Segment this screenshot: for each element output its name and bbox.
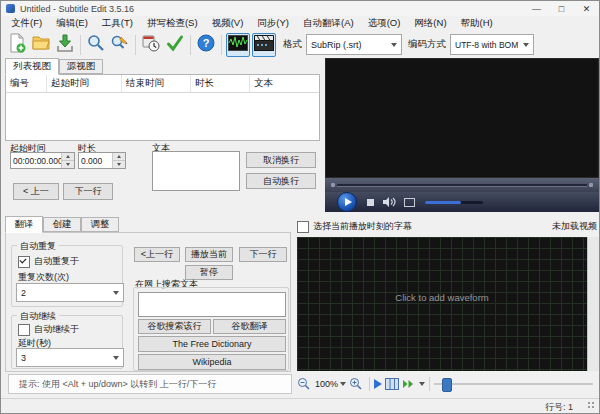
speed-dropdown-icon[interactable] [419, 382, 425, 386]
video-columns-button[interactable] [385, 378, 399, 390]
menu-spellcheck[interactable]: 拼写检查(S) [140, 17, 205, 30]
google-translate-button[interactable]: 谷歌翻译 [213, 319, 286, 334]
replace-button[interactable] [109, 34, 131, 56]
seek-handle-right[interactable] [589, 183, 593, 187]
format-select[interactable]: SubRip (.srt) [306, 34, 402, 55]
waveform-toggle-button[interactable] [226, 33, 250, 57]
duration-stepper[interactable]: 0.000 [78, 152, 126, 169]
tab-adjust[interactable]: 调整 [81, 217, 119, 232]
google-search-button[interactable]: 谷歌搜索该行 [138, 319, 211, 334]
select-current-subtitle-checkbox[interactable] [297, 221, 309, 233]
wikipedia-button[interactable]: Wikipedia [138, 354, 286, 370]
auto-continue-checkbox[interactable] [18, 324, 30, 336]
menu-tools[interactable]: 工具(T) [95, 17, 140, 30]
volume-slider[interactable] [425, 201, 483, 204]
subtitle-text-input[interactable] [152, 151, 240, 191]
replace-icon [110, 33, 130, 57]
waveform-toolbar: 100% [297, 374, 599, 393]
waveform-zoom-value: 100% [315, 379, 338, 389]
next-line-button[interactable]: 下一行 [239, 247, 287, 262]
save-button[interactable] [54, 34, 76, 56]
menu-sync[interactable]: 同步(Y) [250, 17, 296, 30]
select-current-subtitle-label: 选择当前播放时刻的字幕 [313, 220, 412, 233]
tab-source-view[interactable]: 源视图 [59, 59, 103, 74]
menu-help[interactable]: 帮助(H) [454, 17, 500, 30]
auto-repeat-checkbox[interactable] [18, 256, 30, 268]
subtitle-list[interactable]: 编号 起始时间 结束时间 时长 文本 [5, 74, 320, 141]
visual-sync-button[interactable] [140, 34, 162, 56]
new-file-button[interactable] [6, 34, 28, 56]
toolbar-separator [221, 35, 222, 55]
maximize-button[interactable]: □ [549, 1, 574, 16]
fullscreen-button[interactable] [404, 198, 415, 207]
stepper-up-icon[interactable] [113, 153, 125, 160]
close-button[interactable]: ✕ [574, 1, 599, 16]
stepper-down-icon[interactable] [113, 160, 125, 168]
start-time-stepper[interactable]: 00:00:00.000 [10, 152, 75, 169]
subtitle-edit-window: Untitled - Subtitle Edit 3.5.16 — □ ✕ 文件… [0, 0, 600, 414]
menu-auto-translate[interactable]: 自动翻译(A) [296, 17, 361, 30]
unbreak-button[interactable]: 取消换行 [246, 152, 316, 168]
stepper-up-icon[interactable] [62, 153, 74, 160]
tab-list-view[interactable]: 列表视图 [5, 58, 59, 75]
playback-speed-button[interactable] [402, 379, 415, 389]
seek-handle-left[interactable] [331, 183, 335, 187]
repeat-count-select[interactable]: 2 [16, 283, 124, 302]
column-start-time[interactable]: 起始时间 [47, 75, 122, 92]
volume-fill [425, 201, 461, 204]
column-duration[interactable]: 时长 [191, 75, 250, 92]
help-button[interactable]: ? [195, 34, 217, 56]
waveform-area[interactable]: Click to add waveform [297, 237, 587, 371]
stepper-down-icon[interactable] [62, 160, 74, 168]
column-text[interactable]: 文本 [250, 75, 319, 92]
delay-select[interactable]: 3 [16, 348, 124, 367]
subtitle-list-header: 编号 起始时间 结束时间 时长 文本 [6, 75, 319, 93]
free-dictionary-button[interactable]: The Free Dictionary [138, 336, 286, 352]
web-search-input[interactable] [138, 292, 286, 317]
zoom-out-icon [297, 377, 310, 390]
encoding-select[interactable]: UTF-8 with BOM [450, 34, 534, 55]
menu-bar: 文件(F) 编辑(E) 工具(T) 拼写检查(S) 视频(V) 同步(Y) 自动… [1, 16, 599, 31]
minimize-button[interactable]: — [524, 1, 549, 16]
tab-translate[interactable]: 翻译 [5, 216, 43, 233]
previous-line-button[interactable]: <上一行 [134, 247, 180, 262]
menu-video[interactable]: 视频(V) [205, 17, 251, 30]
auto-break-button[interactable]: 自动换行 [246, 173, 316, 189]
waveform-position-slider[interactable] [434, 383, 593, 385]
stop-button[interactable] [367, 199, 374, 206]
volume-button[interactable] [383, 197, 396, 207]
zoom-dropdown-icon[interactable] [340, 382, 346, 386]
visual-sync-icon [141, 33, 161, 57]
next-subtitle-button[interactable]: 下一行 [63, 183, 113, 200]
column-end-time[interactable]: 结束时间 [122, 75, 191, 92]
open-file-button[interactable] [30, 34, 52, 56]
video-display[interactable] [325, 58, 599, 178]
resize-grip-icon[interactable] [587, 401, 596, 410]
menu-file[interactable]: 文件(F) [4, 17, 49, 30]
menu-edit[interactable]: 编辑(E) [49, 17, 95, 30]
waveform-icon [228, 35, 248, 55]
toolbar-separator [135, 35, 136, 55]
play-button[interactable] [337, 192, 357, 212]
waveform-vertical-scrollbar[interactable] [587, 237, 599, 371]
format-label: 格式 [283, 38, 302, 51]
window-title: Untitled - Subtitle Edit 3.5.16 [20, 4, 134, 14]
menu-network[interactable]: 网络(N) [407, 17, 453, 30]
video-toggle-button[interactable] [252, 33, 276, 57]
previous-subtitle-button[interactable]: < 上一 [13, 183, 59, 200]
menu-options[interactable]: 选项(O) [361, 17, 408, 30]
video-seek-bar[interactable] [325, 178, 599, 192]
spell-check-button[interactable] [164, 34, 186, 56]
auto-continue-title: 自动继续 [17, 310, 59, 323]
double-arrow-icon [402, 379, 415, 389]
waveform-play-button[interactable] [374, 379, 382, 389]
zoom-in-button[interactable] [349, 377, 362, 390]
zoom-out-button[interactable] [297, 377, 310, 390]
column-number[interactable]: 编号 [6, 75, 47, 92]
tab-create[interactable]: 创建 [43, 217, 81, 232]
play-current-button[interactable]: 播放当前 [185, 247, 233, 262]
waveform-header-row: 选择当前播放时刻的字幕 未加载视频 [297, 219, 599, 234]
find-button[interactable] [85, 34, 107, 56]
slider-handle[interactable] [442, 378, 452, 392]
seek-track[interactable] [337, 184, 587, 187]
